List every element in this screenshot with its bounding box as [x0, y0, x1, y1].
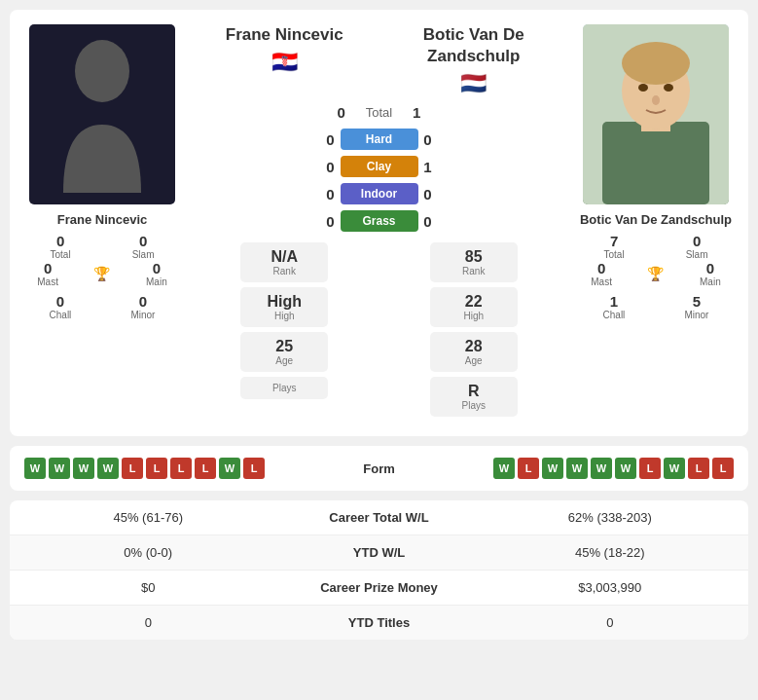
right-rank-card: 85 Rank: [430, 242, 518, 282]
left-player-name: Frane Nincevic: [57, 212, 148, 227]
center-middle: N/A Rank High High 25 Age: [190, 242, 568, 422]
right-trophy-icon: 🏆: [647, 266, 664, 281]
stats-left-val: $0: [24, 580, 272, 595]
stats-right-val: 62% (338-203): [487, 510, 735, 525]
form-badge-w: W: [97, 458, 119, 479]
svg-point-0: [75, 40, 129, 102]
stats-center-label: YTD Titles: [272, 615, 487, 630]
grass-badge: Grass: [341, 210, 418, 232]
form-badge-w: W: [73, 458, 94, 479]
right-slam-stat: 0 Slam: [686, 233, 708, 260]
table-row: $0Career Prize Money$3,003,990: [10, 571, 748, 606]
right-chall-stat: 1 Chall: [603, 293, 626, 320]
left-slam-stat: 0 Slam: [132, 233, 155, 260]
left-mast-stat: 0 Mast: [37, 260, 58, 287]
form-badge-w: W: [219, 458, 240, 479]
table-row: 0% (0-0)YTD W/L45% (18-22): [10, 535, 748, 571]
table-row: 0YTD Titles0: [10, 606, 748, 640]
form-badge-l: L: [688, 458, 709, 479]
stats-center-label: YTD W/L: [272, 545, 487, 560]
right-age-card: 28 Age: [430, 332, 518, 372]
right-main-stat: 0 Main: [700, 260, 721, 287]
svg-point-8: [652, 95, 660, 105]
form-label: Form: [343, 461, 415, 476]
clay-badge: Clay: [341, 156, 418, 177]
comparison-section: Frane Nincevic 0 Total 0 Slam 0: [10, 10, 748, 436]
top-layout: Frane Nincevic 0 Total 0 Slam 0: [19, 24, 739, 422]
grass-row: 0 Grass 0: [321, 210, 438, 232]
form-section: WWWWLLLLWL Form WLWWWWLWLL: [10, 446, 748, 491]
left-player-section: Frane Nincevic 0 Total 0 Slam 0: [19, 24, 185, 422]
form-badge-l: L: [170, 458, 192, 479]
form-badge-w: W: [49, 458, 70, 479]
left-chall-stat: 0 Chall: [50, 293, 72, 320]
center-section: Frane Nincevic 🇭🇷 Botic Van De Zandschul…: [185, 24, 573, 422]
stats-table: 45% (61-76)Career Total W/L62% (338-203)…: [10, 500, 748, 640]
right-player-section: Botic Van De Zandschulp 7 Total 0 Slam 0: [573, 24, 739, 422]
right-form-badges: WLWWWWLWLL: [493, 458, 734, 479]
left-rank-card: N/A Rank: [240, 242, 328, 282]
left-form-badges: WWWWLLLLWL: [24, 458, 265, 479]
right-total-stat: 7 Total: [604, 233, 625, 260]
right-stat-row-3: 1 Chall 5 Minor: [573, 293, 739, 320]
form-row: WWWWLLLLWL Form WLWWWWLWLL: [24, 458, 734, 479]
stats-right-val: $3,003,990: [487, 580, 735, 595]
form-badge-w: W: [566, 458, 588, 479]
hard-badge: Hard: [341, 129, 418, 150]
names-row: Frane Nincevic 🇭🇷 Botic Van De Zandschul…: [190, 24, 568, 96]
left-trophy-icon: 🏆: [93, 266, 110, 281]
form-badge-l: L: [639, 458, 661, 479]
left-total-stat: 0 Total: [51, 233, 71, 260]
left-mini-panel: N/A Rank High High 25 Age: [190, 242, 379, 404]
stats-right-val: 0: [487, 615, 735, 630]
left-age-card: 25 Age: [240, 332, 328, 372]
stats-left-val: 0% (0-0): [24, 545, 272, 560]
left-high-card: High High: [240, 287, 328, 327]
left-stat-row-1: 0 Total 0 Slam: [19, 233, 185, 260]
hard-row: 0 Hard 0: [321, 129, 438, 150]
left-minor-stat: 0 Minor: [130, 293, 155, 320]
form-badge-l: L: [195, 458, 216, 479]
svg-point-6: [638, 84, 648, 92]
right-trophy-row: 0 Mast 🏆 0 Main: [573, 260, 739, 287]
total-label: Total: [351, 105, 407, 120]
form-badge-w: W: [24, 458, 46, 479]
form-badge-l: L: [146, 458, 167, 479]
form-badge-w: W: [493, 458, 515, 479]
right-stat-row-1: 7 Total 0 Slam: [573, 233, 739, 260]
right-name-header: Botic Van De Zandschulp 🇳🇱: [379, 24, 569, 96]
left-plays-card: Plays: [240, 377, 328, 399]
form-badge-w: W: [615, 458, 636, 479]
left-player-photo: [29, 24, 175, 204]
right-mast-stat: 0 Mast: [591, 260, 612, 287]
left-trophy-row: 0 Mast 🏆 0 Main: [19, 260, 185, 287]
svg-rect-2: [602, 122, 709, 204]
svg-point-7: [664, 84, 673, 92]
right-mini-panel: 85 Rank 22 High 28 Age R: [379, 242, 569, 422]
stats-center-label: Career Prize Money: [272, 580, 487, 595]
stats-left-val: 0: [24, 615, 272, 630]
clay-row: 0 Clay 1: [321, 156, 438, 177]
indoor-badge: Indoor: [341, 183, 418, 204]
form-badge-w: W: [664, 458, 685, 479]
form-badge-l: L: [712, 458, 734, 479]
stats-center-label: Career Total W/L: [272, 510, 487, 525]
right-minor-stat: 5 Minor: [684, 293, 708, 320]
form-badge-l: L: [518, 458, 539, 479]
indoor-row: 0 Indoor 0: [321, 183, 438, 204]
right-player-photo: [583, 24, 729, 204]
svg-point-5: [622, 42, 690, 85]
left-name-header: Frane Nincevic 🇭🇷: [190, 24, 379, 75]
right-player-name: Botic Van De Zandschulp: [580, 212, 732, 227]
form-badge-w: W: [591, 458, 612, 479]
form-badge-l: L: [122, 458, 143, 479]
right-plays-card: R Plays: [430, 377, 518, 417]
silhouette-icon: [54, 37, 151, 193]
total-row: 0 Total 1: [332, 104, 426, 121]
main-container: Frane Nincevic 0 Total 0 Slam 0: [0, 0, 758, 649]
left-stat-row-3: 0 Chall 0 Minor: [19, 293, 185, 320]
right-player-svg: [583, 24, 729, 204]
left-main-stat: 0 Main: [146, 260, 167, 287]
right-high-card: 22 High: [430, 287, 518, 327]
table-row: 45% (61-76)Career Total W/L62% (338-203): [10, 500, 748, 535]
